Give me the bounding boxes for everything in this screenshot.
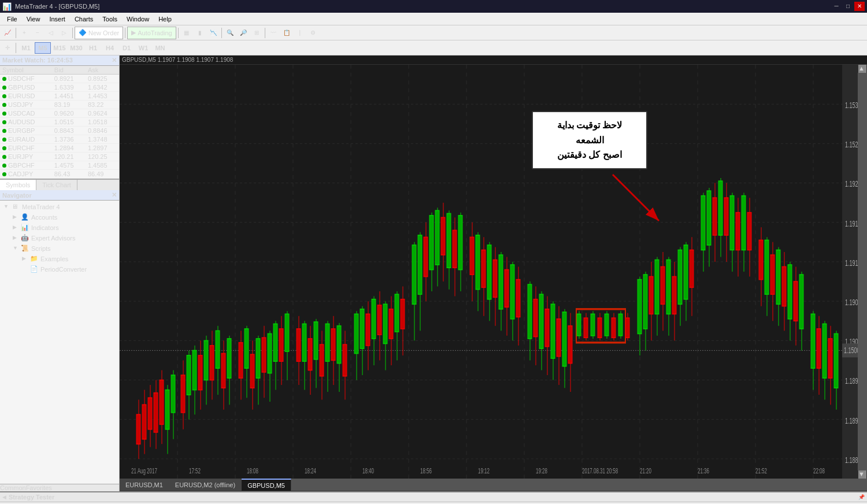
nav-item-period-converter[interactable]: ▶ 📄 PeriodConverter: [20, 264, 118, 275]
scroll-down-btn[interactable]: ▼: [858, 470, 866, 479]
zoom-out-btn[interactable]: −: [31, 27, 44, 39]
mw-bid: 120.21: [52, 153, 86, 161]
market-watch-row[interactable]: EURCHF 1.2894 1.2897: [0, 144, 119, 153]
zoom-in2-btn[interactable]: 🔍: [224, 27, 236, 39]
annotation-box: لاحظ توقيت بداية الشمعه اصبح كل دقيقتين: [532, 111, 647, 169]
mw-bid: 0.8921: [52, 75, 86, 83]
mw-ask: 120.25: [86, 153, 119, 161]
market-watch-row[interactable]: USDCHF 0.8921 0.8925: [0, 75, 119, 83]
navigator-close[interactable]: ✕: [112, 191, 117, 199]
market-watch-row[interactable]: EURJPY 120.21 120.25: [0, 153, 119, 161]
attach-ea-btn[interactable]: ⚙: [307, 27, 320, 39]
market-watch-row[interactable]: USDCAD 0.9620 0.9624: [0, 109, 119, 118]
period-m5[interactable]: M5: [35, 42, 51, 54]
svg-rect-42: [148, 398, 152, 429]
nav-item-scripts[interactable]: ▼ 📜 Scripts: [10, 243, 118, 254]
new-chart-btn[interactable]: 📈: [1, 27, 14, 39]
period-mn[interactable]: MN: [152, 42, 168, 54]
expand-scripts[interactable]: ▼: [13, 245, 20, 252]
period-w1[interactable]: W1: [135, 42, 151, 54]
market-watch-row[interactable]: AUDUSD 1.0515 1.0518: [0, 118, 119, 127]
zoom-in-btn[interactable]: +: [18, 27, 31, 39]
scroll-right-btn[interactable]: ▷: [58, 27, 71, 39]
market-watch-close[interactable]: ✕: [112, 57, 117, 64]
svg-rect-207: [678, 250, 682, 304]
period-m1[interactable]: M1: [18, 42, 34, 54]
svg-rect-104: [343, 344, 347, 376]
symbol-dot: [2, 86, 6, 90]
period-d1[interactable]: D1: [118, 42, 135, 54]
col-bid: Bid: [52, 66, 86, 75]
expand-examples[interactable]: ▶: [22, 255, 29, 262]
expand-indicators[interactable]: ▶: [13, 224, 20, 231]
expand-mt4[interactable]: ▼: [3, 203, 10, 210]
template-btn[interactable]: 📋: [280, 27, 293, 39]
nav-item-ea[interactable]: ▶ 🤖 Expert Advisors: [10, 233, 118, 243]
window-controls[interactable]: ─ □ ✕: [831, 2, 865, 11]
scroll-up-btn[interactable]: ▲: [858, 65, 866, 73]
tab-favorites[interactable]: Favorites: [26, 484, 52, 491]
menu-charts[interactable]: Charts: [70, 14, 98, 24]
tab-tick-chart[interactable]: Tick Chart: [36, 180, 77, 190]
market-watch-row[interactable]: EURGBP 0.8843 0.8846: [0, 127, 119, 135]
main-layout: Market Watch: 16:24:53 ✕ Symbol Bid Ask …: [0, 55, 867, 491]
svg-rect-233: [765, 240, 769, 294]
expand-ea[interactable]: ▶: [13, 235, 20, 242]
grid-btn[interactable]: ⊞: [250, 27, 263, 39]
period-m15[interactable]: M15: [51, 42, 68, 54]
market-watch-row[interactable]: GBPUSD 1.6339 1.6342: [0, 83, 119, 92]
chart-canvas[interactable]: 1.1530 1.1525 1.1920 1.1915 1.1910 1.190…: [120, 65, 867, 479]
nav-item-examples[interactable]: ▶ 📁 Examples: [20, 254, 118, 264]
nav-item-mt4[interactable]: ▼ 🖥 MetaTrader 4: [1, 202, 118, 212]
menu-tools[interactable]: Tools: [98, 14, 122, 24]
bar-chart-btn[interactable]: ▦: [180, 27, 193, 39]
period-m30[interactable]: M30: [68, 42, 84, 54]
symbol-dot: [2, 103, 6, 107]
scroll-left-btn[interactable]: ◁: [45, 27, 57, 39]
crosshair-btn[interactable]: ✛: [1, 42, 14, 54]
market-watch-row[interactable]: GBPCHF 1.4575 1.4585: [0, 161, 119, 170]
svg-text:19:12: 19:12: [478, 466, 490, 475]
svg-rect-98: [325, 324, 329, 361]
svg-text:18:08: 18:08: [247, 466, 258, 475]
tab-eurusd-m2[interactable]: EURUSD,M2 (offline): [169, 479, 242, 491]
market-watch-row[interactable]: EURUSD 1.4451 1.4453: [0, 92, 119, 101]
period-h4[interactable]: H4: [102, 42, 118, 54]
svg-rect-40: [142, 405, 146, 439]
tester-pin[interactable]: 📌: [858, 494, 865, 500]
svg-text:21:20: 21:20: [640, 466, 651, 475]
close-button[interactable]: ✕: [854, 2, 865, 11]
candle-chart-btn[interactable]: ▮: [194, 27, 206, 39]
tab-symbols[interactable]: Symbols: [0, 180, 36, 190]
menu-help[interactable]: Help: [154, 14, 176, 24]
market-watch-row[interactable]: EURAUD 1.3736 1.3748: [0, 135, 119, 144]
line-chart-btn[interactable]: 📉: [207, 27, 220, 39]
left-panel: Market Watch: 16:24:53 ✕ Symbol Bid Ask …: [0, 55, 120, 491]
tab-gbpusd-m5[interactable]: GBPUSD,M5: [242, 479, 291, 491]
new-order-btn[interactable]: 🔷 New Order: [75, 27, 123, 39]
menu-file[interactable]: File: [2, 14, 22, 24]
svg-rect-253: [828, 339, 832, 378]
market-watch-row[interactable]: USDJPY 83.19 83.22: [0, 101, 119, 109]
symbol-dot: [2, 138, 6, 142]
zoom-out2-btn[interactable]: 🔎: [237, 27, 250, 39]
chart-scrollbar-v[interactable]: ▲ ▼: [858, 65, 867, 479]
indicators-btn[interactable]: 〰: [267, 27, 280, 39]
period-h1[interactable]: H1: [85, 42, 101, 54]
menu-insert[interactable]: Insert: [45, 14, 70, 24]
minimize-button[interactable]: ─: [831, 2, 842, 11]
maximize-button[interactable]: □: [843, 2, 853, 11]
nav-item-indicators[interactable]: ▶ 📊 Indicators: [10, 223, 118, 233]
expand-accounts[interactable]: ▶: [13, 214, 20, 221]
tab-common[interactable]: Common: [0, 484, 26, 491]
menu-view[interactable]: View: [22, 14, 45, 24]
nav-item-accounts[interactable]: ▶ 👤 Accounts: [10, 212, 118, 223]
market-watch-row[interactable]: CADJPY 86.43 86.49: [0, 170, 119, 179]
tester-collapse-btn[interactable]: ◀: [2, 494, 6, 500]
autotrading-btn[interactable]: ▶ AutoTrading: [127, 27, 176, 39]
menu-window[interactable]: Window: [122, 14, 154, 24]
svg-rect-150: [493, 260, 497, 298]
svg-rect-88: [297, 329, 301, 361]
svg-rect-158: [516, 280, 520, 317]
tab-eurusd-m1[interactable]: EURUSD,M1: [120, 479, 169, 491]
